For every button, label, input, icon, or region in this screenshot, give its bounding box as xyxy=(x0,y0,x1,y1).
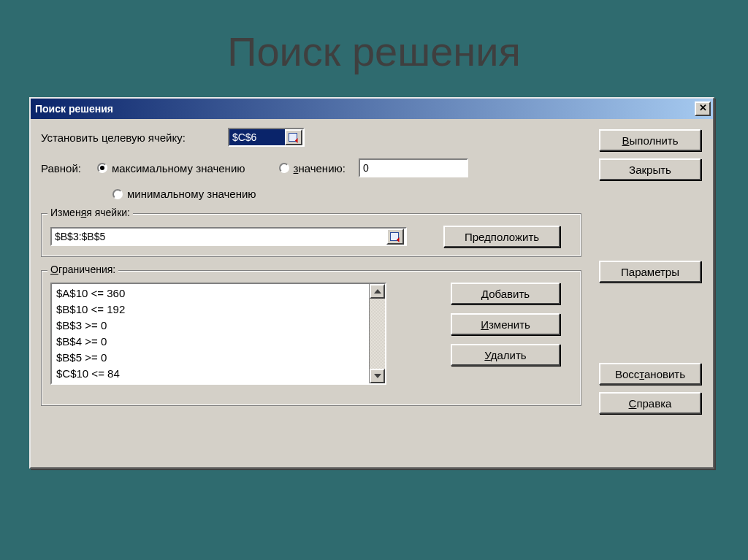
params-button[interactable]: Параметры xyxy=(599,261,701,283)
scroll-track[interactable] xyxy=(370,299,385,369)
changing-cells-group: Изменяя ячейки: Предположить xyxy=(41,213,581,257)
list-item[interactable]: $B$5 >= 0 xyxy=(56,350,365,366)
solver-dialog: Поиск решения ✕ Выполнить Закрыть Параме… xyxy=(29,97,714,469)
radio-min[interactable]: минимальному значению xyxy=(112,188,256,200)
changing-cells-legend: Изменяя ячейки: xyxy=(47,207,133,218)
reset-button[interactable]: Восстановить xyxy=(599,363,701,385)
radio-value[interactable]: значению: xyxy=(279,162,346,174)
value-input[interactable] xyxy=(359,158,468,177)
list-item[interactable]: $B$3 >= 0 xyxy=(56,318,365,334)
titlebar: Поиск решения ✕ xyxy=(31,99,713,119)
close-button[interactable]: Закрыть xyxy=(599,158,701,180)
help-button[interactable]: Справка xyxy=(599,392,701,414)
constraints-group: Ограничения: $A$10 <= 360 $B$10 <= 192 $… xyxy=(41,270,581,406)
scroll-down-icon[interactable] xyxy=(370,369,385,383)
constraints-list-content: $A$10 <= 360 $B$10 <= 192 $B$3 >= 0 $B$4… xyxy=(52,284,369,383)
list-item[interactable]: $A$10 <= 360 xyxy=(56,285,365,302)
equal-label: Равной: xyxy=(41,162,81,174)
target-cell-value[interactable] xyxy=(229,129,285,145)
changing-cells-input[interactable] xyxy=(50,227,407,246)
execute-button[interactable]: Выполнить xyxy=(599,129,701,151)
radio-max[interactable]: максимальному значению xyxy=(97,162,245,174)
change-button[interactable]: Изменить xyxy=(451,313,560,335)
target-cell-label: Установить целевую ячейку: xyxy=(41,131,186,144)
scrollbar[interactable] xyxy=(369,284,385,383)
list-item[interactable]: $B$4 >= 0 xyxy=(56,334,365,350)
close-icon[interactable]: ✕ xyxy=(695,101,711,116)
changing-cells-value[interactable] xyxy=(52,229,386,245)
add-button[interactable]: Добавить xyxy=(451,283,560,304)
slide-title: Поиск решения xyxy=(0,28,748,75)
target-cell-input[interactable] xyxy=(228,128,305,147)
guess-button[interactable]: Предположить xyxy=(443,226,560,248)
ref-picker-icon[interactable] xyxy=(285,129,302,145)
delete-button[interactable]: Удалить xyxy=(451,344,560,366)
dialog-title: Поиск решения xyxy=(35,103,113,115)
ref-picker-icon[interactable] xyxy=(386,229,404,245)
constraints-legend: Ограничения: xyxy=(47,264,118,275)
constraints-listbox[interactable]: $A$10 <= 360 $B$10 <= 192 $B$3 >= 0 $B$4… xyxy=(50,283,386,385)
list-item[interactable]: $C$10 <= 84 xyxy=(56,366,365,382)
scroll-up-icon[interactable] xyxy=(370,284,385,299)
list-item[interactable]: $B$10 <= 192 xyxy=(56,302,365,318)
